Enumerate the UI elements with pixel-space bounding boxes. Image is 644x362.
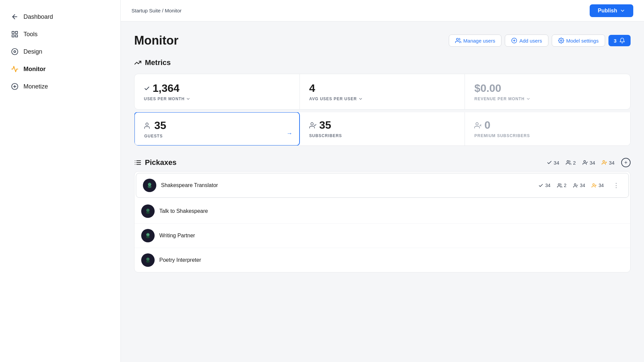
sidebar-item-label: Tools: [23, 31, 38, 38]
svg-point-34: [558, 183, 560, 185]
pickaxe-avatar-3: [141, 253, 155, 267]
sidebar-item-design[interactable]: Design: [0, 43, 120, 60]
add-users-icon: [511, 38, 517, 44]
pickaxe-avatar-0: [143, 179, 156, 192]
sidebar-item-label: Monitor: [23, 66, 46, 73]
svg-rect-4: [12, 35, 14, 37]
metrics-row2: 35 GUESTS → 35 SUBSCRIBERS: [134, 112, 631, 146]
trend-up-icon: [134, 59, 142, 66]
metric-value-avg: 4: [309, 82, 455, 95]
monitor-icon: [11, 65, 19, 73]
design-icon: [11, 48, 19, 56]
svg-point-24: [567, 161, 569, 162]
metric-card-subscribers[interactable]: 35 SUBSCRIBERS: [300, 112, 465, 145]
metric-card-uses[interactable]: 1,364 USES PER MONTH: [135, 74, 300, 109]
writing-partner-avatar-icon: [143, 231, 153, 240]
svg-point-47: [147, 234, 148, 235]
sidebar-item-monitor[interactable]: Monitor: [0, 60, 120, 78]
check-icon: [547, 160, 552, 165]
svg-point-16: [311, 122, 313, 125]
pickaxe-stat-check: 34: [538, 183, 550, 188]
pickaxe-stat-users: 2: [557, 183, 567, 188]
svg-point-42: [147, 209, 148, 210]
svg-point-43: [148, 209, 149, 210]
notification-count: 3: [614, 38, 616, 44]
model-settings-button[interactable]: Model settings: [552, 35, 605, 47]
list-icon: [134, 159, 142, 166]
svg-point-53: [148, 258, 149, 259]
pickaxe-name-3: Poetry Interpreter: [159, 257, 624, 263]
stat-users-check: 34: [583, 160, 595, 166]
metric-card-premium[interactable]: 0 PREMIUM SUBSCRIBERS: [465, 112, 630, 145]
arrow-right-icon: →: [286, 130, 292, 137]
sidebar: Dashboard Tools Design Monitor Monetize: [0, 0, 121, 362]
metric-card-avg[interactable]: 4 AVG USES PER USER: [300, 74, 465, 109]
sidebar-item-tools[interactable]: Tools: [0, 25, 120, 43]
pickaxe-row-1[interactable]: Talk to Shakespeare: [135, 199, 630, 224]
metric-label-guests: GUESTS: [144, 134, 290, 138]
pickaxe-avatar-1: [141, 204, 155, 218]
publish-label: Publish: [598, 8, 617, 14]
metrics-title: Metrics: [145, 58, 171, 67]
sidebar-item-label: Dashboard: [23, 13, 53, 20]
svg-rect-3: [15, 35, 17, 37]
page-header: Monitor Manage users Add users Model set…: [134, 34, 631, 48]
pickaxe-row-0[interactable]: Shakespeare Translator 34 2 34: [136, 173, 629, 198]
pickaxe-row0-stats: 34 2 34 34 ⋮: [538, 180, 622, 190]
users-icon: [566, 160, 571, 165]
svg-point-36: [593, 183, 595, 185]
metric-value-premium: 0: [474, 119, 621, 131]
pickaxe-list: Shakespeare Translator 34 2 34: [134, 171, 631, 273]
stat-users: 2: [566, 160, 576, 166]
add-pickaxe-button[interactable]: +: [621, 158, 631, 167]
metric-card-guests[interactable]: 35 GUESTS →: [134, 112, 300, 146]
svg-point-32: [149, 184, 149, 184]
add-users-button[interactable]: Add users: [505, 35, 548, 47]
monetize-icon: [11, 82, 19, 90]
publish-button[interactable]: Publish: [590, 4, 633, 17]
pickaxes-stats: 34 2 34 34 +: [547, 158, 631, 167]
svg-point-6: [14, 51, 16, 53]
svg-point-51: [146, 257, 150, 261]
check-icon: [144, 85, 150, 92]
metric-value-revenue: $0.00: [474, 82, 621, 95]
svg-point-31: [148, 183, 151, 186]
pickaxe-avatar-2: [141, 229, 155, 242]
svg-point-48: [148, 234, 149, 235]
manage-users-button[interactable]: Manage users: [449, 35, 501, 47]
metric-value-guests: 35: [144, 119, 290, 132]
metric-card-revenue[interactable]: $0.00 REVENUE PER MONTH: [465, 74, 630, 109]
metric-label-avg: AVG USES PER USER: [309, 97, 455, 101]
pickaxes-section-title: Pickaxes: [134, 158, 176, 167]
metrics-section-title: Metrics: [134, 58, 631, 67]
poetry-interpreter-avatar-icon: [143, 255, 153, 265]
svg-point-35: [574, 183, 576, 185]
users-check-icon: [573, 183, 578, 188]
guest-icon: [144, 122, 152, 129]
metric-label-uses: USES PER MONTH: [144, 97, 290, 101]
pickaxe-row-3[interactable]: Poetry Interpreter: [135, 248, 630, 272]
sidebar-item-monetize[interactable]: Monetize: [0, 78, 120, 95]
svg-point-46: [146, 233, 150, 236]
pickaxe-name-2: Writing Partner: [159, 233, 624, 239]
add-users-label: Add users: [519, 38, 542, 44]
pickaxe-stat-premium: 34: [592, 183, 604, 188]
svg-point-15: [146, 123, 148, 125]
breadcrumb: Startup Suite / Monitor: [131, 8, 181, 13]
shakespeare-avatar-icon: [145, 181, 154, 190]
svg-point-41: [146, 208, 150, 212]
pickaxe-row-2[interactable]: Writing Partner: [135, 224, 630, 248]
users-icon: [557, 183, 562, 188]
metric-label-subscribers: SUBSCRIBERS: [309, 133, 455, 138]
pickaxes-header: Pickaxes 34 2 34 34 +: [134, 158, 631, 167]
row-menu-button-0[interactable]: ⋮: [610, 180, 622, 190]
notification-button[interactable]: 3: [608, 35, 631, 46]
sidebar-item-dashboard[interactable]: Dashboard: [0, 8, 120, 25]
metric-label-premium: PREMIUM SUBSCRIBERS: [474, 133, 621, 138]
chevron-down-icon: [620, 8, 625, 13]
users-check-icon: [583, 160, 588, 165]
pickaxe-name-0: Shakespeare Translator: [161, 182, 538, 188]
svg-point-14: [560, 40, 562, 42]
topbar: Startup Suite / Monitor Publish: [121, 0, 644, 21]
users-gold-icon: [592, 183, 597, 188]
